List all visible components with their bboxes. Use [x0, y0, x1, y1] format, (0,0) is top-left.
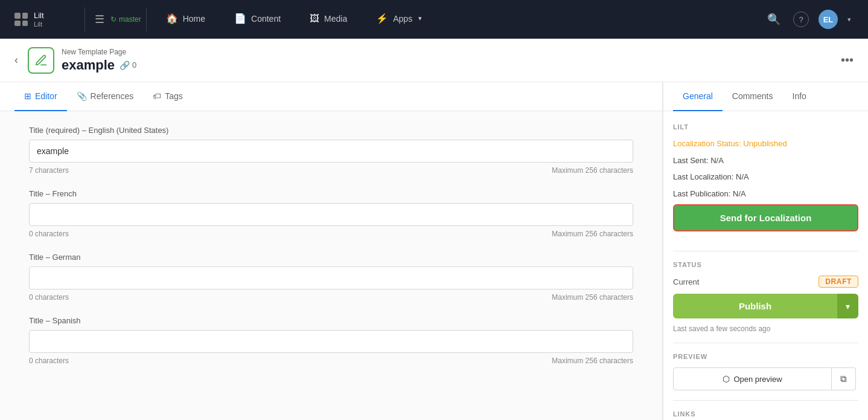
field-meta-title-es: 0 characters Maximum 256 characters	[29, 357, 633, 365]
preview-btn-row: ⬡ Open preview ⧉	[673, 367, 858, 390]
field-label-title-de: Title – German	[29, 253, 633, 262]
section-preview-label: PREVIEW	[673, 353, 858, 360]
page-title: example 🔗 0	[62, 57, 836, 73]
right-panel-body: LILT Localization Status: Unpublished La…	[663, 111, 868, 420]
char-max-en: Maximum 256 characters	[552, 166, 633, 175]
tab-references[interactable]: 📎 References	[67, 82, 144, 111]
section-lilt-label: LILT	[673, 123, 858, 131]
section-divider-1	[673, 251, 858, 251]
logo-area: Lilt Lilt	[7, 11, 80, 28]
content-icon: 📄	[234, 13, 246, 24]
status-row: Current DRAFT	[673, 276, 858, 288]
editor-icon: ⊞	[24, 91, 31, 101]
tab-tags[interactable]: 🏷 Tags	[143, 82, 193, 111]
char-max-fr: Maximum 256 characters	[552, 230, 633, 238]
page-type-label: New Template Page	[62, 48, 836, 56]
field-title-fr: Title – French 0 characters Maximum 256 …	[29, 189, 633, 238]
external-link-icon: ⬡	[723, 374, 730, 384]
nav-items: 🏠 Home 📄 Content 🖼 Media ⚡ Apps ▾	[152, 0, 764, 39]
hamburger-icon[interactable]: ☰	[90, 8, 109, 31]
field-title-es: Title – Spanish 0 characters Maximum 256…	[29, 316, 633, 365]
app-grid-icon[interactable]	[14, 13, 28, 26]
more-actions-button[interactable]: •••	[836, 48, 858, 72]
nav-item-home[interactable]: 🏠 Home	[152, 0, 220, 39]
nav-right: 🔍 ? EL ▾	[764, 10, 861, 29]
field-meta-title-de: 0 characters Maximum 256 characters	[29, 293, 633, 302]
localization-status-value: Unpublished	[743, 139, 787, 148]
chevron-down-icon: ▾	[418, 15, 422, 22]
char-count-fr: 0 characters	[29, 230, 69, 238]
apps-icon: ⚡	[376, 13, 388, 24]
tab-editor[interactable]: ⊞ Editor	[14, 82, 67, 111]
nav-divider-2	[146, 7, 147, 31]
link-badge: 🔗 0	[120, 60, 136, 70]
last-sent-row: Last Sent: N/A	[673, 155, 858, 167]
right-tab-info[interactable]: Info	[783, 82, 816, 111]
search-button[interactable]: 🔍	[764, 10, 783, 29]
branch-icon: ↻	[110, 15, 116, 24]
nav-divider	[85, 7, 85, 31]
input-title-en[interactable]	[29, 140, 633, 163]
copy-icon: ⧉	[840, 373, 847, 384]
org-name: Lilt Lilt	[34, 11, 44, 28]
field-label-title-es: Title – Spanish	[29, 316, 633, 325]
section-divider-2	[673, 343, 858, 343]
content-tabs: ⊞ Editor 📎 References 🏷 Tags	[0, 82, 662, 111]
help-button[interactable]: ?	[793, 11, 809, 27]
avatar-chevron: ▾	[847, 16, 851, 24]
nav-item-content[interactable]: 📄 Content	[220, 0, 295, 39]
branch-indicator: ↻ master	[109, 15, 141, 24]
input-title-fr[interactable]	[29, 203, 633, 226]
section-status-label: STATUS	[673, 261, 858, 268]
section-divider-3	[673, 400, 858, 401]
references-icon: 📎	[77, 91, 87, 101]
field-title-de: Title – German 0 characters Maximum 256 …	[29, 253, 633, 302]
right-tab-comments[interactable]: Comments	[723, 82, 783, 111]
right-tab-general[interactable]: General	[673, 82, 723, 111]
open-preview-button[interactable]: ⬡ Open preview	[673, 367, 832, 390]
back-button[interactable]: ‹	[10, 49, 23, 71]
link-icon: 🔗	[120, 60, 130, 70]
char-count-de: 0 characters	[29, 293, 69, 302]
user-avatar[interactable]: EL	[819, 10, 838, 29]
page-type-icon	[28, 47, 54, 74]
nav-item-apps[interactable]: ⚡ Apps ▾	[362, 0, 436, 39]
field-label-title-en: Title (required) – English (United State…	[29, 126, 633, 135]
copy-preview-button[interactable]: ⧉	[832, 367, 856, 390]
char-count-es: 0 characters	[29, 357, 69, 365]
last-localization-row: Last Localization: N/A	[673, 171, 858, 183]
publish-btn-row: Publish ▾	[673, 294, 858, 318]
char-count-en: 7 characters	[29, 166, 69, 175]
sub-header: ‹ New Template Page example 🔗 0 •••	[0, 39, 868, 82]
page-info: New Template Page example 🔗 0	[62, 48, 836, 73]
top-navigation: Lilt Lilt ☰ ↻ master 🏠 Home 📄 Content 🖼 …	[0, 0, 868, 39]
last-saved-text: Last saved a few seconds ago	[673, 325, 858, 333]
nav-item-media[interactable]: 🖼 Media	[295, 0, 362, 39]
input-title-es[interactable]	[29, 330, 633, 353]
input-title-de[interactable]	[29, 267, 633, 289]
section-links-label: LINKS	[673, 410, 858, 418]
draft-badge: DRAFT	[819, 276, 858, 288]
content-editor: Title (required) – English (United State…	[0, 111, 662, 420]
home-icon: 🏠	[166, 13, 178, 24]
field-meta-title-en: 7 characters Maximum 256 characters	[29, 166, 633, 175]
field-label-title-fr: Title – French	[29, 189, 633, 198]
right-panel: General Comments Info LILT Localization …	[663, 82, 868, 420]
field-title-en: Title (required) – English (United State…	[29, 126, 633, 175]
field-meta-title-fr: 0 characters Maximum 256 characters	[29, 230, 633, 238]
char-max-es: Maximum 256 characters	[552, 357, 633, 365]
localization-status-row: Localization Status: Unpublished	[673, 138, 858, 150]
send-for-localization-button[interactable]: Send for Localization	[673, 204, 858, 231]
tags-icon: 🏷	[153, 91, 161, 101]
char-max-de: Maximum 256 characters	[552, 293, 633, 302]
publish-button[interactable]: Publish	[673, 294, 837, 318]
publish-dropdown-button[interactable]: ▾	[837, 294, 858, 318]
media-icon: 🖼	[310, 13, 319, 24]
last-publication-row: Last Publication: N/A	[673, 188, 858, 200]
current-status-label: Current	[673, 277, 699, 286]
right-panel-tabs: General Comments Info	[663, 82, 868, 111]
